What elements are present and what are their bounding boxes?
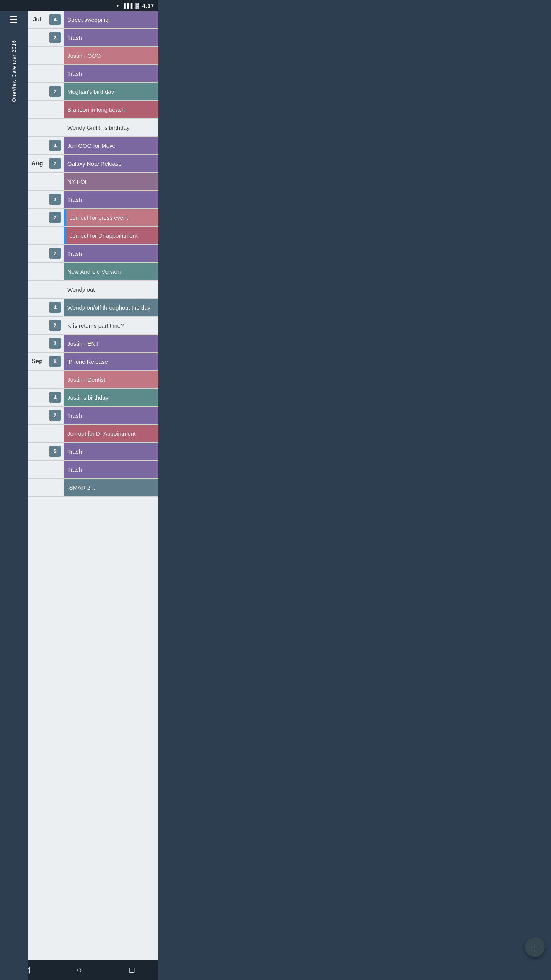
list-item[interactable]: Jen out for Dr appointment <box>28 227 158 245</box>
day-badge: 2 <box>47 83 64 100</box>
event-text: Trash <box>64 29 158 46</box>
month-label: Sep <box>28 353 47 370</box>
list-item[interactable]: 2Meghan's birthday <box>28 83 158 101</box>
month-label <box>28 461 47 478</box>
month-label <box>28 191 47 208</box>
month-label <box>28 299 47 316</box>
day-badge: 2 <box>47 155 64 172</box>
month-label <box>28 227 47 244</box>
day-badge: 5 <box>47 443 64 460</box>
month-label <box>28 29 47 46</box>
list-item[interactable]: Trash <box>28 65 158 83</box>
day-badge: 4 <box>47 11 64 28</box>
list-item[interactable]: ISMAR 2... <box>28 479 158 497</box>
day-badge: 2 <box>47 209 64 226</box>
month-label <box>28 479 47 496</box>
day-badge <box>47 119 64 136</box>
day-badge: 2 <box>47 29 64 46</box>
list-item[interactable]: Jen out for Dr Appointment <box>28 425 158 443</box>
main-content: Jul4Street sweeping2TrashJustin - OOOTra… <box>28 11 158 980</box>
list-item[interactable]: 2Trash <box>28 407 158 425</box>
list-item[interactable]: 3Trash <box>28 191 158 209</box>
list-item[interactable]: 2Kris returns part time? <box>28 317 158 335</box>
event-text: Brandon in long beach <box>64 101 158 118</box>
event-text: Justin - OOO <box>64 47 158 64</box>
event-text: ISMAR 2... <box>64 479 158 496</box>
day-badge <box>47 281 64 298</box>
month-label <box>28 443 47 460</box>
wifi-icon: ▾ <box>116 3 119 8</box>
month-label <box>28 425 47 442</box>
day-badge <box>47 101 64 118</box>
list-item[interactable]: Brandon in long beach <box>28 101 158 119</box>
event-text: Galaxy Note Release <box>64 155 158 172</box>
home-button[interactable]: ○ <box>70 960 89 980</box>
month-label <box>28 47 47 64</box>
list-item[interactable]: Jul4Street sweeping <box>28 11 158 29</box>
month-label: Jul <box>28 11 47 28</box>
event-text: Jen out for Dr appointment <box>66 227 158 244</box>
event-text: NY FOI <box>64 173 158 190</box>
month-label <box>28 173 47 190</box>
event-text: New Android Version <box>64 263 158 280</box>
event-text: Wendy Griffith's birthday <box>64 119 158 136</box>
day-badge <box>47 461 64 478</box>
list-item[interactable]: 4Wendy on/off throughout the day <box>28 299 158 317</box>
list-item[interactable]: 2Trash <box>28 245 158 263</box>
event-text: Wendy out <box>64 281 158 298</box>
month-label <box>28 245 47 262</box>
list-item[interactable]: New Android Version <box>28 263 158 281</box>
month-label <box>28 65 47 82</box>
list-item[interactable]: Wendy Griffith's birthday <box>28 119 158 137</box>
day-badge: 3 <box>47 335 64 352</box>
month-label <box>28 209 47 226</box>
list-item[interactable]: 2Trash <box>28 29 158 47</box>
sidebar-label: OneView Calendar 2016 <box>11 40 17 102</box>
list-item[interactable]: Sep6iPhone Release <box>28 353 158 371</box>
list-item[interactable]: 4Jen OOO for Move <box>28 137 158 155</box>
event-text: Wendy on/off throughout the day <box>64 299 158 316</box>
list-item[interactable]: 2Jen out for press event <box>28 209 158 227</box>
event-text: Jen out for press event <box>66 209 158 226</box>
event-text: iPhone Release <box>64 353 158 370</box>
month-label <box>28 317 47 334</box>
list-item[interactable]: 3Justin - ENT <box>28 335 158 353</box>
list-item[interactable]: NY FOI <box>28 173 158 191</box>
month-label <box>28 335 47 352</box>
battery-icon: ▓ <box>135 3 139 8</box>
event-text: Jen out for Dr Appointment <box>64 425 158 442</box>
list-item[interactable]: 4Justin's birthday <box>28 389 158 407</box>
event-text: Trash <box>64 191 158 208</box>
event-text: Trash <box>64 65 158 82</box>
status-bar: ▾ ▐▐▐ ▓ 4:17 <box>0 0 158 11</box>
month-label <box>28 83 47 100</box>
day-badge <box>47 479 64 496</box>
event-text: Justin - Dentist <box>64 371 158 388</box>
day-badge: 6 <box>47 353 64 370</box>
day-badge <box>47 425 64 442</box>
list-item[interactable]: Justin - Dentist <box>28 371 158 389</box>
time-display: 4:17 <box>142 2 154 9</box>
list-item[interactable]: 5Trash <box>28 443 158 461</box>
event-text: Justin - ENT <box>64 335 158 352</box>
event-text: Street sweeping <box>64 11 158 28</box>
hamburger-icon[interactable]: ☰ <box>10 15 18 24</box>
event-text: Trash <box>64 461 158 478</box>
recents-button[interactable]: □ <box>122 960 142 980</box>
day-badge <box>47 47 64 64</box>
day-badge <box>47 173 64 190</box>
month-label <box>28 101 47 118</box>
day-badge <box>47 227 64 244</box>
event-text: Meghan's birthday <box>64 83 158 100</box>
month-label <box>28 371 47 388</box>
list-item[interactable]: Aug2Galaxy Note Release <box>28 155 158 173</box>
event-text: Trash <box>64 245 158 262</box>
event-text: Trash <box>64 443 158 460</box>
list-item[interactable]: Trash <box>28 461 158 479</box>
list-item[interactable]: Justin - OOO <box>28 47 158 65</box>
signal-icon: ▐▐▐ <box>122 3 133 8</box>
day-badge: 4 <box>47 299 64 316</box>
day-badge: 3 <box>47 191 64 208</box>
event-text: Jen OOO for Move <box>64 137 158 154</box>
list-item[interactable]: Wendy out <box>28 281 158 299</box>
